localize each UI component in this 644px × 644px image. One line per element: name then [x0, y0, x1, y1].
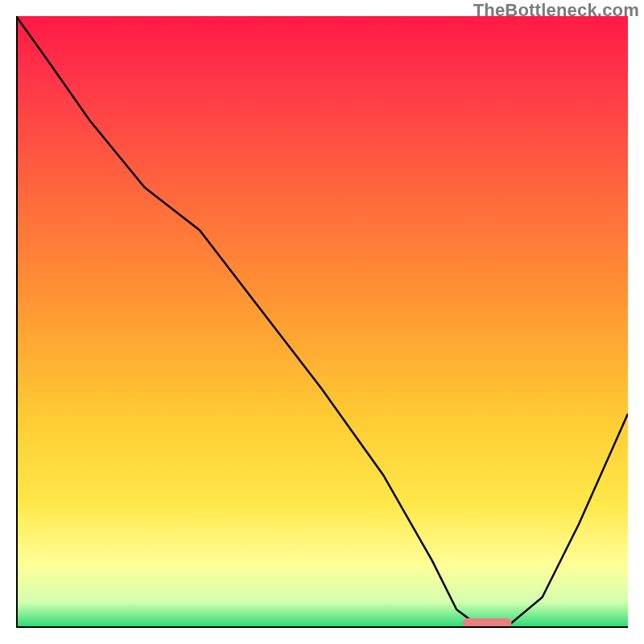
marker-layer — [16, 16, 628, 628]
y-axis — [16, 16, 18, 628]
plot-area — [16, 16, 628, 628]
chart-frame: TheBottleneck.com — [0, 0, 644, 644]
x-axis — [16, 626, 628, 628]
